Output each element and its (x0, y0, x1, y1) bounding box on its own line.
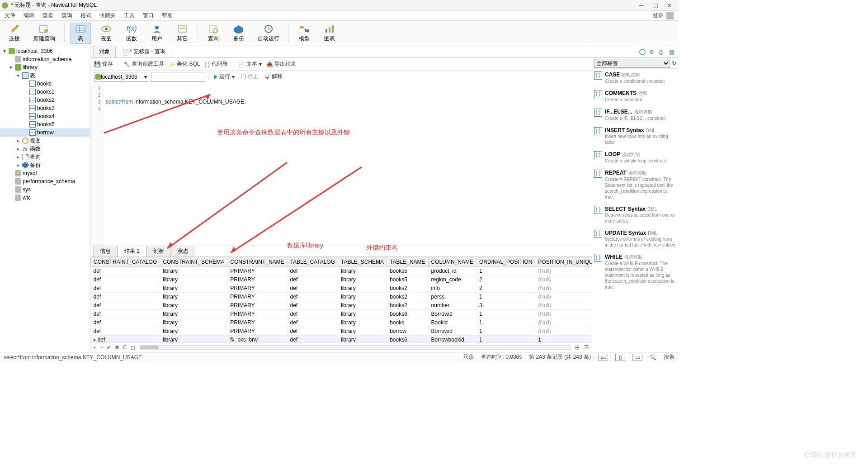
tree-db[interactable]: wtc (0, 194, 90, 202)
snippet-item[interactable]: ()SELECT SyntaxDMLRetrieve rows selected… (592, 203, 678, 227)
col-header[interactable]: POSITION_IN_UNIQUE_CONSTRAINT (535, 257, 592, 267)
explain-button[interactable]: 🗨解释 (263, 73, 284, 81)
snippet-item[interactable]: ()COMMENTS注释Create a comment (592, 87, 678, 106)
col-header[interactable]: TABLE_NAME (387, 257, 428, 267)
col-header[interactable]: ORDINAL_POSITION (476, 257, 535, 267)
tool-other[interactable]: 其它 (172, 23, 192, 43)
code-icon[interactable]: () (659, 49, 665, 55)
tree-db[interactable]: mysql (0, 169, 90, 177)
snippet-item[interactable]: ()INSERT SyntaxDMLInsert new rows into a… (592, 124, 678, 148)
del-row-button[interactable]: − (100, 344, 103, 351)
tree-folder-fx[interactable]: ▸fx函数 (0, 145, 90, 153)
col-header[interactable]: CONSTRAINT_CATALOG (91, 257, 160, 267)
menu-view[interactable]: 查看 (42, 12, 53, 19)
menu-format[interactable]: 格式 (80, 12, 91, 19)
gear-icon[interactable]: ⚙ (649, 49, 656, 55)
snippet-item[interactable]: ()LOOP流程控制Create a simple loop construct (592, 148, 678, 167)
result-grid[interactable]: CONSTRAINT_CATALOGCONSTRAINT_SCHEMACONST… (90, 257, 592, 342)
menu-tools[interactable]: 工具 (124, 12, 135, 19)
close-button[interactable]: ✕ (667, 2, 672, 9)
minimize-button[interactable]: — (639, 2, 644, 9)
menu-window[interactable]: 窗口 (143, 12, 154, 19)
commit-button[interactable]: ✔ (107, 344, 111, 351)
code-area[interactable]: select*from information_schema.KEY_COLUM… (106, 85, 590, 105)
menu-fav[interactable]: 收藏夹 (99, 12, 116, 19)
tag-filter-select[interactable]: 全部标签 (594, 59, 670, 68)
list-icon[interactable]: ▤ (669, 49, 675, 55)
tab-query[interactable]: 📄* 无标题 - 查询 (117, 46, 171, 57)
snippet-item[interactable]: ()IF...ELSE...流程控制Create a IF...ELSE... … (592, 106, 678, 124)
tree-table[interactable]: books2 (0, 96, 90, 104)
tree-db[interactable]: information_schema (0, 55, 90, 63)
snippet-item[interactable]: ()UPDATE SyntaxDMLUpdates columns of exi… (592, 227, 678, 251)
tool-autorun[interactable]: 自动运行 (254, 23, 283, 43)
table-row[interactable]: deflibraryPRIMARYdeflibrarybooks2number3… (91, 301, 592, 310)
table-row[interactable]: deflibraryPRIMARYdeflibraryborrowBorrowi… (91, 327, 592, 336)
subtab-info[interactable]: 信息 (93, 246, 118, 256)
table-row[interactable]: deflibraryPRIMARYdeflibrarybooksBookid1(… (91, 318, 592, 327)
add-row-button[interactable]: + (93, 344, 96, 351)
menu-edit[interactable]: 编辑 (24, 12, 34, 19)
tool-user[interactable]: 用户 (147, 23, 167, 43)
avatar[interactable] (666, 12, 674, 19)
tool-newquery[interactable]: 新建查询 (30, 23, 59, 43)
tool-query[interactable]: 查询 (203, 23, 223, 43)
tree-db[interactable]: performance_schema (0, 177, 90, 185)
col-header[interactable]: TABLE_CATALOG (287, 257, 338, 267)
run-button[interactable]: 运行 ▾ (212, 73, 236, 81)
export-button[interactable]: 📤导出结果 (266, 60, 296, 68)
maximize-button[interactable]: ▢ (653, 2, 658, 9)
subtab-profile[interactable]: 剖析 (146, 246, 171, 256)
tool-function[interactable]: f(x)函数 (122, 23, 142, 43)
info-icon[interactable] (639, 49, 646, 55)
table-row[interactable]: deflibraryPRIMARYdeflibrarybooks5region_… (91, 275, 592, 284)
tool-chart[interactable]: 图表 (320, 23, 340, 43)
snippet-item[interactable]: ()CASE流程控制Create a conditional construct (592, 69, 678, 87)
tool-view[interactable]: 视图 (96, 23, 116, 43)
toggle-panel-3[interactable]: ▭ (632, 354, 642, 361)
table-row[interactable]: deflibraryPRIMARYdeflibrarybooks5product… (91, 267, 592, 275)
database-select[interactable] (151, 72, 205, 82)
col-header[interactable]: COLUMN_NAME (428, 257, 476, 267)
table-row[interactable]: deflibraryfk_bks_brwdeflibrarybooks6Borr… (91, 336, 592, 342)
toggle-panel-1[interactable]: ▭ (598, 354, 608, 361)
horizontal-scrollbar[interactable] (140, 345, 571, 350)
tree-db-open[interactable]: ▾library (0, 63, 90, 71)
form-view-icon[interactable]: ☰ (584, 344, 589, 351)
subtab-result[interactable]: 结果 1 (118, 246, 146, 256)
refresh-snippets-button[interactable]: ↻ (672, 60, 676, 66)
connection-select[interactable]: localhost_3306▾ (94, 72, 148, 82)
tree-folder-tables[interactable]: ▾表 (0, 71, 90, 80)
tree-folder-views[interactable]: ▸视图 (0, 137, 90, 145)
grid-view-icon[interactable]: ⊞ (575, 344, 580, 351)
tree-db[interactable]: sys (0, 185, 90, 194)
login-link[interactable]: 登录 (653, 12, 664, 19)
menu-help[interactable]: 帮助 (162, 12, 173, 19)
snippet-button[interactable]: ( )代码段 (204, 60, 227, 68)
beautify-button[interactable]: ✨美化 SQL (169, 60, 200, 68)
toggle-panel-2[interactable]: ▯ (615, 354, 625, 361)
menu-query[interactable]: 查询 (61, 12, 72, 19)
col-header[interactable]: CONSTRAINT_NAME (227, 257, 287, 267)
refresh-button[interactable]: C (123, 344, 127, 351)
cancel-button[interactable]: ✖ (115, 344, 119, 351)
tree-table[interactable]: books1 (0, 88, 90, 96)
builder-button[interactable]: 🔧查询创建工具 (123, 60, 164, 68)
table-row[interactable]: deflibraryPRIMARYdeflibrarybooks2info2(N… (91, 284, 592, 293)
tree-table[interactable]: books3 (0, 104, 90, 112)
tool-table[interactable]: 表 (70, 23, 91, 44)
menu-file[interactable]: 文件 (5, 12, 15, 19)
stop-refresh-button[interactable]: ◻ (131, 344, 135, 351)
tree-folder-backup[interactable]: ▸备份 (0, 161, 90, 169)
table-row[interactable]: deflibraryPRIMARYdeflibrarybooks6Borrowi… (91, 310, 592, 318)
search-icon[interactable]: 🔍 (650, 354, 656, 361)
tree-folder-query[interactable]: ▸查询 (0, 153, 90, 161)
text-button[interactable]: 📄文本 ▾ (238, 60, 262, 68)
col-header[interactable]: TABLE_SCHEMA (338, 257, 387, 267)
subtab-status[interactable]: 状态 (171, 246, 195, 256)
tool-model[interactable]: 模型 (294, 23, 314, 43)
tree-table[interactable]: books (0, 80, 90, 88)
col-header[interactable]: CONSTRAINT_SCHEMA (160, 257, 227, 267)
sql-editor[interactable]: 1234 select*from information_schema.KEY_… (90, 83, 592, 246)
table-row[interactable]: deflibraryPRIMARYdeflibrarybooks2perss1(… (91, 293, 592, 301)
